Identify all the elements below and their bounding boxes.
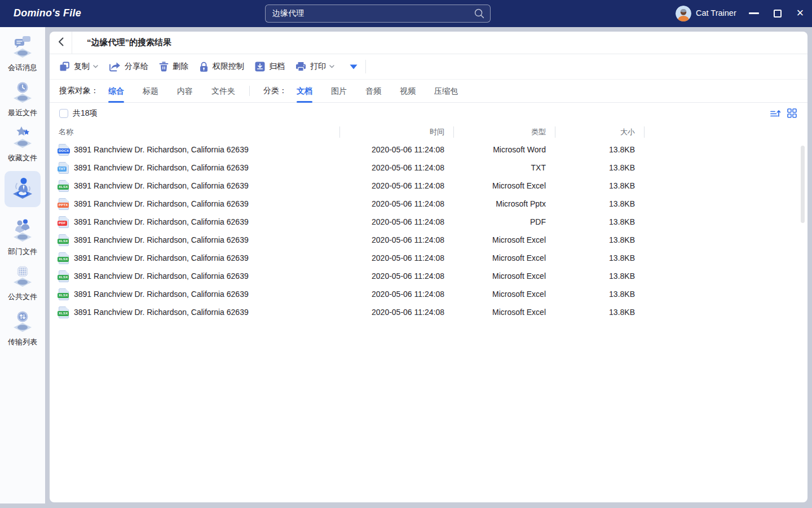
page-title: “边缘代理”的搜索结果 <box>87 37 171 48</box>
search-input[interactable] <box>266 9 474 18</box>
file-type-icon: DOCX <box>59 144 69 156</box>
sidebar-item-label: 公共文件 <box>8 292 37 302</box>
sidebar-item-label: 最近文件 <box>8 108 37 118</box>
print-label: 打印 <box>310 62 326 72</box>
scope-tab-content[interactable]: 内容 <box>177 80 193 103</box>
column-header-name[interactable]: 名称 <box>50 124 340 141</box>
file-name: 3891 Ranchview Dr. Richardson, Californi… <box>74 181 249 190</box>
sidebar-item-department-files[interactable]: 部门文件 <box>0 214 45 260</box>
sidebar-item-favorite-files[interactable]: 收藏文件 <box>0 121 45 166</box>
scope-tab-folder[interactable]: 文件夹 <box>211 80 235 103</box>
file-name: 3891 Ranchview Dr. Richardson, Californi… <box>74 253 249 262</box>
file-name: 3891 Ranchview Dr. Richardson, Californi… <box>74 145 249 154</box>
copy-label: 复制 <box>74 62 90 72</box>
category-tab-audio[interactable]: 音频 <box>365 80 381 103</box>
file-type: Microsoft Excel <box>454 249 555 267</box>
file-name: 3891 Ranchview Dr. Richardson, Californi… <box>74 199 249 208</box>
file-type: Microsoft Excel <box>454 267 555 285</box>
share-button[interactable]: 分享给 <box>109 62 148 72</box>
category-tab-archive[interactable]: 压缩包 <box>434 80 458 103</box>
copy-button[interactable]: 复制 <box>59 62 98 72</box>
select-all-checkbox[interactable] <box>59 109 68 118</box>
file-type: Microsoft Pptx <box>454 195 555 213</box>
print-button[interactable]: 打印 <box>295 62 334 72</box>
file-size: 13.8KB <box>555 195 645 213</box>
sidebar-item-public-files[interactable]: 公共文件 <box>0 260 45 305</box>
table-row[interactable]: XLSX3891 Ranchview Dr. Richardson, Calif… <box>50 267 807 285</box>
file-type-icon: TXT <box>59 162 69 174</box>
category-tab-image[interactable]: 图片 <box>331 80 347 103</box>
column-header-size[interactable]: 大小 <box>555 124 645 141</box>
file-type: Microsoft Excel <box>454 285 555 303</box>
file-size: 13.8KB <box>555 285 645 303</box>
favorite-files-icon <box>10 124 35 151</box>
table-row[interactable]: XLSX3891 Ranchview Dr. Richardson, Calif… <box>50 249 807 267</box>
file-time: 2020-05-06 11:24:08 <box>340 285 454 303</box>
category-tab-video[interactable]: 视频 <box>400 80 416 103</box>
sidebar-item-label: 会话消息 <box>8 63 37 73</box>
sidebar-item-transfer-list[interactable]: 传输列表 <box>0 305 45 350</box>
table-row[interactable]: TXT3891 Ranchview Dr. Richardson, Califo… <box>50 159 807 177</box>
user-avatar[interactable] <box>676 6 691 21</box>
category-tab-document[interactable]: 文档 <box>297 80 312 103</box>
maximize-button[interactable] <box>774 10 782 17</box>
archive-button[interactable]: 归档 <box>255 62 285 72</box>
column-header-spacer <box>645 124 807 141</box>
table-row[interactable]: DOCX3891 Ranchview Dr. Richardson, Calif… <box>50 141 807 159</box>
file-type-icon: XLSX <box>59 234 69 246</box>
table-row[interactable]: XLSX3891 Ranchview Dr. Richardson, Calif… <box>50 285 807 303</box>
table-header: 名称 时间 类型 大小 <box>50 124 807 141</box>
delete-button[interactable]: 删除 <box>159 62 188 72</box>
scrollbar-thumb[interactable] <box>801 146 805 223</box>
sidebar-item-recent-files[interactable]: 最近文件 <box>0 76 45 121</box>
file-time: 2020-05-06 11:24:08 <box>340 249 454 267</box>
file-type: Microsoft Word <box>454 141 555 159</box>
chevron-down-icon <box>329 65 334 68</box>
filter-divider <box>249 86 250 96</box>
file-name: 3891 Ranchview Dr. Richardson, Californi… <box>74 271 249 281</box>
recent-files-icon <box>10 79 35 106</box>
file-size: 13.8KB <box>555 231 645 249</box>
file-time: 2020-05-06 11:24:08 <box>340 231 454 249</box>
minimize-button[interactable] <box>749 12 759 14</box>
scope-tab-all[interactable]: 综合 <box>108 80 124 103</box>
share-icon <box>109 62 121 72</box>
file-time: 2020-05-06 11:24:08 <box>340 195 454 213</box>
file-time: 2020-05-06 11:24:08 <box>340 303 454 321</box>
dropdown-triangle-icon[interactable] <box>350 64 358 69</box>
file-size: 13.8KB <box>555 177 645 195</box>
back-button[interactable] <box>50 32 72 54</box>
share-label: 分享给 <box>125 62 148 72</box>
column-header-time[interactable]: 时间 <box>340 124 454 141</box>
close-button[interactable]: × <box>794 5 806 21</box>
file-time: 2020-05-06 11:24:08 <box>340 159 454 177</box>
main-panel: “边缘代理”的搜索结果 复制 分享给 删除 <box>50 32 807 502</box>
file-type-icon: XLSX <box>59 306 69 318</box>
user-name: Cat Trainer <box>696 8 736 17</box>
sidebar-item-my-files[interactable] <box>0 169 45 210</box>
table-row[interactable]: PPTX3891 Ranchview Dr. Richardson, Calif… <box>50 195 807 213</box>
search-icon[interactable] <box>474 8 484 19</box>
table-row[interactable]: XLSX3891 Ranchview Dr. Richardson, Calif… <box>50 303 807 321</box>
sidebar-item-chat-messages[interactable]: 会话消息 <box>0 30 45 76</box>
item-count: 共18项 <box>73 108 98 119</box>
grid-view-icon[interactable] <box>787 108 797 118</box>
copy-icon <box>59 62 70 72</box>
file-time: 2020-05-06 11:24:08 <box>340 267 454 285</box>
lock-icon <box>199 62 209 72</box>
file-name: 3891 Ranchview Dr. Richardson, Californi… <box>74 290 249 299</box>
archive-icon <box>255 62 265 72</box>
scope-tab-title[interactable]: 标题 <box>143 80 158 103</box>
filter-row: 搜索对象： 综合 标题 内容 文件夹 分类： 文档 图片 音频 视频 压缩包 <box>50 80 807 103</box>
search-box[interactable] <box>265 5 491 23</box>
file-type: Microsoft Excel <box>454 231 555 249</box>
column-header-type[interactable]: 类型 <box>454 124 555 141</box>
file-type: Microsoft Excel <box>454 177 555 195</box>
sort-icon[interactable] <box>770 109 780 118</box>
table-row[interactable]: XLSX3891 Ranchview Dr. Richardson, Calif… <box>50 231 807 249</box>
table-row[interactable]: PDF3891 Ranchview Dr. Richardson, Califo… <box>50 213 807 231</box>
permission-control-button[interactable]: 权限控制 <box>199 62 244 72</box>
my-files-icon <box>10 176 35 203</box>
table-row[interactable]: XLSX3891 Ranchview Dr. Richardson, Calif… <box>50 177 807 195</box>
toolbar-divider <box>365 60 366 73</box>
